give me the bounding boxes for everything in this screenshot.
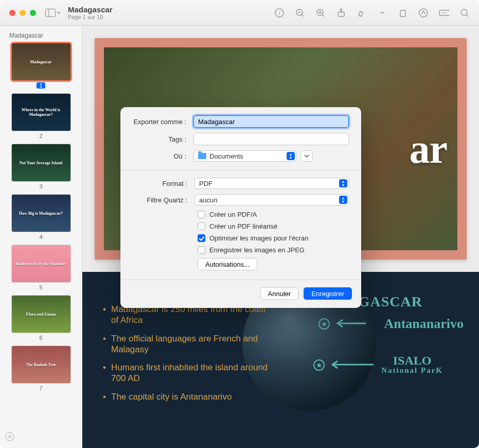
cancel-button[interactable]: Annuler — [260, 287, 299, 300]
star-marker-park: ★ — [313, 359, 325, 371]
svg-text:i: i — [278, 10, 280, 16]
chevron-down-icon — [304, 154, 309, 158]
close-button[interactable] — [9, 10, 15, 16]
annotation-park-sub: National ParK — [381, 367, 443, 374]
checkbox-2[interactable] — [198, 234, 205, 242]
search-button[interactable] — [459, 8, 470, 18]
svg-line-8 — [322, 14, 324, 16]
svg-point-14 — [419, 9, 428, 17]
thumbnail-page-number: 5 — [39, 284, 42, 290]
thumbnail-label: The Baobab Tree — [26, 363, 56, 367]
minimize-button[interactable] — [20, 10, 26, 16]
format-value: PDF — [199, 180, 212, 187]
checkbox-label: Créer un PDF/A — [209, 211, 257, 218]
export-as-label: Exporter comme : — [133, 118, 189, 126]
select-arrows-icon: ▲▼ — [339, 196, 347, 204]
quartz-filter-value: aucun — [199, 196, 217, 204]
star-marker-capital: ★ — [318, 318, 330, 330]
thumbnail-page-3[interactable]: Not Your Average Island — [12, 144, 70, 181]
bullet-item: Humans first inhabited the island around… — [103, 362, 273, 384]
bullets-list: Madagascar is 250 miles from the coast o… — [103, 304, 273, 402]
thumbnail-page-2[interactable]: Where in the World is Madagascar? — [12, 94, 70, 131]
folder-icon — [198, 153, 206, 159]
thumbnail-page-number: 1 — [37, 82, 45, 89]
arrow-park-icon — [327, 359, 376, 370]
where-select[interactable]: Documents ▲▼ — [193, 150, 296, 162]
export-filename-input[interactable] — [193, 115, 349, 128]
permissions-button[interactable]: Autorisations... — [198, 258, 257, 270]
maximize-button[interactable] — [30, 10, 36, 16]
chevron-down-icon — [57, 11, 61, 15]
page-indicator: Page 1 sur 10 — [68, 14, 113, 20]
thumbnail-page-5[interactable]: Biodiversity by the Numbers — [12, 245, 70, 282]
select-arrows-icon: ▲▼ — [287, 152, 295, 160]
toolbar-right: i — [274, 8, 470, 18]
document-title-block: Madagascar Page 1 sur 10 — [68, 5, 113, 20]
checkbox-1[interactable] — [198, 222, 205, 230]
bullet-item: The official languages are French and Ma… — [103, 333, 273, 355]
checkbox-0[interactable] — [198, 211, 205, 218]
annotation-park: ISALO National ParK — [381, 354, 443, 374]
thumbnail-page-number: 6 — [39, 335, 42, 341]
arrow-capital-icon — [332, 318, 368, 329]
checkbox-3[interactable] — [198, 246, 205, 254]
quartz-filter-label: Filtre Quartz : — [133, 196, 190, 204]
plus-circle-icon — [5, 432, 14, 441]
thumbnail-page-number: 4 — [39, 234, 42, 240]
markup-button[interactable] — [418, 8, 429, 18]
sidebar-title: Madagascar — [9, 32, 78, 39]
thumbnail-page-6[interactable]: Flora and Fauna — [12, 296, 70, 333]
annotation-capital: Antananarivo — [384, 316, 464, 332]
app-window: Madagascar Page 1 sur 10 i Madagascar Ma… — [0, 0, 479, 448]
svg-line-5 — [301, 14, 304, 16]
sidebar-icon — [45, 9, 56, 17]
thumbnail-label: Where in the World is Madagascar? — [14, 108, 68, 117]
thumbnail-label: Not Your Average Island — [20, 161, 63, 165]
thumbnail-page-number: 3 — [39, 183, 42, 189]
thumbnail-page-number: 7 — [39, 385, 42, 391]
checkbox-label: Enregistrer les images en JPEG — [209, 246, 305, 254]
checkbox-label: Optimiser les images pour l'écran — [209, 234, 309, 242]
info-button[interactable]: i — [274, 8, 285, 18]
svg-line-20 — [466, 14, 468, 16]
thumbnails-sidebar: Madagascar Madagascar1Where in the World… — [0, 26, 82, 448]
rotate-button[interactable] — [398, 8, 408, 18]
thumbnail-label: Biodiversity by the Numbers — [16, 262, 66, 266]
thumbnail-label: Madagascar — [30, 60, 51, 64]
thumbnail-page-number: 2 — [39, 133, 42, 139]
svg-point-16 — [441, 12, 442, 13]
window-controls — [9, 10, 36, 16]
bullet-item: The capital city is Antananarivo — [103, 391, 273, 402]
thumbnail-label: How Big is Madagascar? — [19, 211, 63, 216]
annotation-park-title: ISALO — [393, 354, 432, 367]
zoom-out-button[interactable] — [295, 8, 305, 18]
tags-input[interactable] — [193, 133, 349, 145]
where-label: Où : — [133, 152, 189, 160]
titlebar: Madagascar Page 1 sur 10 i — [0, 0, 479, 26]
expand-folder-button[interactable] — [300, 150, 313, 162]
svg-point-17 — [443, 12, 445, 13]
highlight-chevron-icon[interactable] — [377, 8, 387, 18]
format-select[interactable]: PDF ▲▼ — [194, 178, 349, 189]
slide1-title-fragment: ar — [409, 126, 447, 173]
checkbox-label: Créer un PDF linéarisé — [209, 222, 277, 230]
sidebar-toggle-button[interactable] — [45, 9, 61, 17]
add-page-button[interactable] — [5, 432, 14, 444]
save-button[interactable]: Enregistrer — [304, 287, 352, 300]
export-dialog: Exporter comme : Tags : Où : Documents ▲… — [120, 107, 361, 308]
highlight-button[interactable] — [357, 8, 367, 18]
format-label: Format : — [133, 180, 190, 187]
where-value: Documents — [209, 152, 243, 160]
share-button[interactable] — [336, 8, 346, 18]
document-title: Madagascar — [68, 5, 113, 14]
thumbnail-label: Flora and Fauna — [26, 312, 56, 317]
thumbnail-page-1[interactable]: Madagascar — [12, 43, 70, 80]
select-arrows-icon: ▲▼ — [339, 179, 347, 187]
tags-label: Tags : — [133, 135, 189, 143]
thumbnail-page-7[interactable]: The Baobab Tree — [12, 346, 70, 383]
quartz-filter-select[interactable]: aucun ▲▼ — [194, 194, 349, 205]
thumbnail-page-4[interactable]: How Big is Madagascar? — [12, 195, 70, 232]
form-button[interactable] — [439, 8, 449, 18]
svg-point-18 — [446, 12, 447, 13]
zoom-in-button[interactable] — [315, 8, 326, 18]
